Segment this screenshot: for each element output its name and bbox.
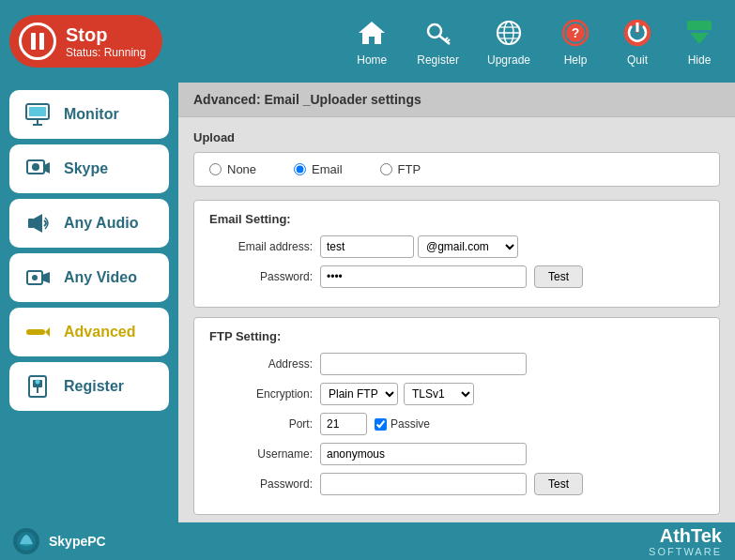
key-icon (421, 16, 455, 50)
main-layout: Monitor Skype Any Audio (0, 83, 735, 522)
svg-line-4 (447, 39, 450, 42)
nav-hide[interactable]: Hide (682, 16, 716, 67)
email-password-input[interactable] (320, 265, 527, 288)
header: Stop Status: Running Home Register (0, 0, 735, 83)
svg-line-3 (445, 38, 448, 40)
stop-label: Stop (66, 24, 145, 46)
ftp-password-row: Password: Test (209, 473, 704, 495)
encryption-group: Plain FTP FTP+SSL SFTP TLSv1 TLSv1.1 TLS… (320, 383, 474, 405)
advanced-icon (23, 317, 53, 347)
monitor-icon (23, 99, 53, 129)
email-address-label: Email address: (209, 240, 313, 253)
sidebar-item-monitor[interactable]: Monitor (9, 90, 169, 139)
encryption-select[interactable]: Plain FTP FTP+SSL SFTP (320, 383, 398, 405)
upload-radio-ftp[interactable] (380, 163, 392, 175)
ftp-password-label: Password: (209, 477, 313, 491)
svg-rect-26 (28, 219, 34, 228)
sidebar-item-advanced[interactable]: Advanced (9, 308, 169, 356)
svg-point-34 (36, 380, 40, 385)
svg-point-24 (32, 163, 39, 171)
nav-help[interactable]: ? Help (559, 16, 592, 67)
athtek-brand: AthTek SOFTWARE (649, 525, 722, 557)
ftp-encryption-label: Encryption: (209, 387, 313, 401)
upload-option-ftp[interactable]: FTP (380, 162, 421, 176)
svg-rect-30 (26, 329, 45, 335)
svg-marker-29 (42, 272, 50, 283)
ftp-setting-title: FTP Setting: (209, 329, 704, 343)
email-input[interactable] (320, 235, 414, 258)
svg-marker-0 (359, 22, 385, 44)
pause-icon (19, 23, 56, 60)
skype-label: Skype (64, 160, 108, 177)
footer-brand: SkypePC (13, 528, 106, 554)
tls-select[interactable]: TLSv1 TLSv1.1 TLSv1.2 (404, 383, 474, 405)
skype-icon (23, 154, 53, 184)
upload-radio-none[interactable] (209, 163, 222, 175)
monitor-label: Monitor (64, 106, 119, 123)
ftp-password-input[interactable] (320, 473, 527, 495)
ftp-address-input[interactable] (320, 353, 527, 375)
any-audio-label: Any Audio (64, 215, 138, 232)
email-input-group: @gmail.com @yahoo.com @hotmail.com (320, 235, 518, 258)
upload-option-email[interactable]: Email (294, 162, 343, 176)
footer-logo-icon (13, 528, 39, 554)
any-audio-icon (23, 208, 53, 238)
register-icon (23, 371, 53, 401)
upload-section-title: Upload (193, 130, 720, 144)
any-video-icon (23, 263, 53, 293)
email-address-row: Email address: @gmail.com @yahoo.com @ho… (209, 235, 704, 258)
advanced-label: Advanced (64, 324, 135, 341)
svg-marker-18 (690, 33, 709, 44)
svg-text:?: ? (572, 25, 580, 40)
ftp-username-row: Username: (209, 443, 704, 465)
nav-quit[interactable]: Quit (620, 16, 654, 67)
email-password-row: Password: Test (209, 265, 704, 288)
nav-register[interactable]: Register (417, 16, 459, 67)
email-test-button[interactable]: Test (534, 265, 583, 288)
content-area: Advanced: Email _Uploader settings Uploa… (178, 83, 735, 522)
upload-option-none[interactable]: None (209, 162, 256, 176)
athtek-main-label: AthTek (649, 525, 722, 546)
content-body: Upload None Email FTP Email Setting: (178, 117, 735, 522)
email-password-label: Password: (209, 270, 313, 283)
email-setting-section: Email Setting: Email address: @gmail.com… (193, 200, 720, 308)
email-domain-select[interactable]: @gmail.com @yahoo.com @hotmail.com (418, 235, 518, 258)
ftp-port-row: Port: Passive (209, 413, 704, 435)
quit-icon (620, 16, 654, 50)
ftp-port-label: Port: (209, 417, 313, 431)
footer-brand-label: SkypePC (49, 534, 106, 549)
status-label: Status: Running (66, 46, 145, 59)
svg-point-1 (428, 24, 441, 38)
sidebar-item-any-video[interactable]: Any Video (9, 253, 169, 302)
nav-home[interactable]: Home (355, 16, 389, 67)
svg-marker-31 (45, 327, 50, 337)
port-group: Passive (320, 413, 430, 435)
sidebar-item-skype[interactable]: Skype (9, 144, 169, 193)
hide-icon (682, 16, 716, 50)
help-icon: ? (559, 16, 592, 50)
sidebar: Monitor Skype Any Audio (0, 83, 178, 522)
upload-radio-email[interactable] (294, 163, 306, 175)
ftp-address-label: Address: (209, 357, 313, 371)
svg-rect-22 (29, 107, 46, 116)
register-label: Register (64, 378, 124, 395)
email-setting-title: Email Setting: (209, 212, 704, 226)
sidebar-item-register[interactable]: Register (9, 362, 169, 411)
ftp-test-button[interactable]: Test (534, 473, 583, 495)
svg-rect-17 (687, 21, 712, 30)
ftp-username-input[interactable] (320, 443, 527, 465)
passive-checkbox[interactable] (375, 418, 387, 431)
content-header-sub: Email _Uploader settings (261, 92, 421, 107)
sidebar-item-any-audio[interactable]: Any Audio (9, 199, 169, 248)
nav-icons: Home Register (355, 16, 716, 67)
passive-label[interactable]: Passive (375, 417, 430, 431)
home-icon (355, 16, 389, 50)
stop-button[interactable]: Stop Status: Running (9, 15, 162, 68)
athtek-sub-label: SOFTWARE (649, 546, 722, 557)
ftp-address-row: Address: (209, 353, 704, 375)
ftp-port-input[interactable] (320, 413, 367, 435)
content-header-title: Advanced: (193, 92, 261, 107)
ftp-username-label: Username: (209, 447, 313, 461)
nav-upgrade[interactable]: Upgrade (487, 16, 530, 67)
ftp-encryption-row: Encryption: Plain FTP FTP+SSL SFTP TLSv1… (209, 383, 704, 405)
